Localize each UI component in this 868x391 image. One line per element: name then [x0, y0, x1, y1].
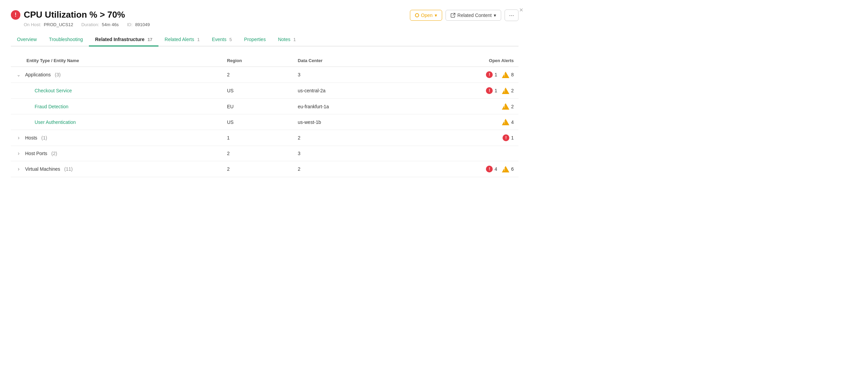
tab-related-alerts[interactable]: Related Alerts 1	[158, 33, 206, 46]
vms-region: 2	[222, 161, 293, 177]
entity-applications-count: (3)	[55, 72, 61, 77]
related-content-chevron-icon: ▾	[494, 13, 496, 18]
related-content-button[interactable]: Related Content ▾	[446, 10, 501, 21]
expand-host-ports-chevron[interactable]	[16, 150, 22, 156]
open-status-dot	[415, 13, 419, 17]
related-content-label: Related Content	[457, 13, 492, 18]
duration-value: 54m 46s	[102, 22, 119, 27]
table-row: Virtual Machines (11) 2 2 ! 4	[11, 161, 518, 177]
table-row: Fraud Detection EU eu-frankfurt-1a 2	[11, 99, 518, 114]
table-row: Checkout Service US us-central-2a ! 1	[11, 83, 518, 99]
hosts-datacenter: 2	[293, 130, 411, 146]
expand-applications-chevron[interactable]	[16, 72, 22, 78]
open-chevron-icon: ▾	[435, 13, 437, 18]
expand-hosts-chevron[interactable]	[16, 135, 22, 141]
tab-properties[interactable]: Properties	[238, 33, 272, 46]
critical-icon: !	[503, 134, 509, 141]
critical-icon: !	[486, 166, 493, 172]
close-button[interactable]: ×	[519, 6, 523, 14]
user-auth-datacenter: us-west-1b	[293, 114, 411, 130]
id-value: 891049	[135, 22, 150, 27]
applications-datacenter: 3	[293, 67, 411, 83]
checkout-region: US	[222, 83, 293, 99]
col-entity: Entity Type / Entity Name	[11, 55, 222, 67]
table-row: Hosts (1) 1 2 ! 1	[11, 130, 518, 146]
fraud-warning-badge: 2	[502, 103, 514, 110]
hosts-critical-badge: ! 1	[503, 134, 514, 141]
tab-notes[interactable]: Notes 1	[272, 33, 302, 46]
page-title: CPU Utilization % > 70%	[24, 10, 125, 20]
entity-hosts-name: Hosts	[25, 135, 37, 141]
col-datacenter: Data Center	[293, 55, 411, 67]
tab-events[interactable]: Events 5	[206, 33, 238, 46]
hosts-region: 1	[222, 130, 293, 146]
warning-icon	[502, 166, 509, 172]
tab-overview[interactable]: Overview	[11, 33, 43, 46]
vms-critical-badge: ! 4	[486, 166, 497, 172]
critical-icon: !	[486, 87, 493, 94]
table-row: Applications (3) 2 3 ! 1	[11, 67, 518, 83]
host-ports-datacenter: 3	[293, 146, 411, 161]
open-button[interactable]: Open ▾	[410, 10, 442, 21]
host-ports-region: 2	[222, 146, 293, 161]
col-region: Region	[222, 55, 293, 67]
related-infra-badge: 17	[148, 37, 152, 42]
user-auth-region: US	[222, 114, 293, 130]
checkout-datacenter: us-central-2a	[293, 83, 411, 99]
open-label: Open	[421, 13, 433, 18]
related-alerts-badge: 1	[197, 37, 200, 42]
col-alerts: Open Alerts	[411, 55, 518, 67]
entity-fraud-detection-name[interactable]: Fraud Detection	[35, 104, 69, 109]
fraud-region: EU	[222, 99, 293, 114]
user-auth-warning-badge: 4	[502, 119, 514, 125]
more-options-button[interactable]: ···	[505, 10, 518, 21]
warning-icon	[502, 72, 509, 78]
applications-region: 2	[222, 67, 293, 83]
entity-applications-name: Applications	[25, 72, 51, 77]
tab-troubleshooting[interactable]: Troubleshooting	[43, 33, 89, 46]
applications-warning-badge: 8	[502, 72, 514, 78]
critical-icon: !	[486, 71, 493, 78]
entity-hosts-count: (1)	[41, 135, 47, 141]
external-link-icon	[451, 13, 455, 18]
vms-datacenter: 2	[293, 161, 411, 177]
entity-host-ports-count: (2)	[51, 151, 57, 156]
tabs-container: Overview Troubleshooting Related Infrast…	[11, 33, 518, 46]
entity-virtual-machines-count: (11)	[64, 166, 73, 172]
warning-icon	[502, 88, 509, 94]
entity-checkout-service-name[interactable]: Checkout Service	[35, 88, 72, 93]
tab-related-infrastructure[interactable]: Related Infrastructure 17	[89, 33, 158, 46]
events-badge: 5	[229, 37, 232, 42]
host-value: PROD_UCS12	[44, 22, 73, 27]
vms-warning-badge: 6	[502, 166, 514, 172]
table-row: User Authentication US us-west-1b 4	[11, 114, 518, 130]
entity-host-ports-name: Host Ports	[25, 151, 47, 156]
warning-icon	[502, 103, 509, 110]
duration-label: Duration:	[81, 22, 99, 27]
fraud-datacenter: eu-frankfurt-1a	[293, 99, 411, 114]
table-row: Host Ports (2) 2 3	[11, 146, 518, 161]
notes-badge: 1	[294, 37, 296, 42]
entity-user-authentication-name[interactable]: User Authentication	[35, 119, 76, 125]
related-infrastructure-table: Entity Type / Entity Name Region Data Ce…	[11, 55, 518, 177]
id-label: ID:	[127, 22, 133, 27]
warning-icon	[502, 119, 509, 125]
critical-alert-icon: !	[11, 10, 20, 20]
checkout-warning-badge: 2	[502, 88, 514, 94]
host-label: On Host:	[24, 22, 41, 27]
checkout-critical-badge: ! 1	[486, 87, 497, 94]
expand-vms-chevron[interactable]	[16, 166, 22, 172]
applications-critical-badge: ! 1	[486, 71, 497, 78]
entity-virtual-machines-name: Virtual Machines	[25, 166, 60, 172]
